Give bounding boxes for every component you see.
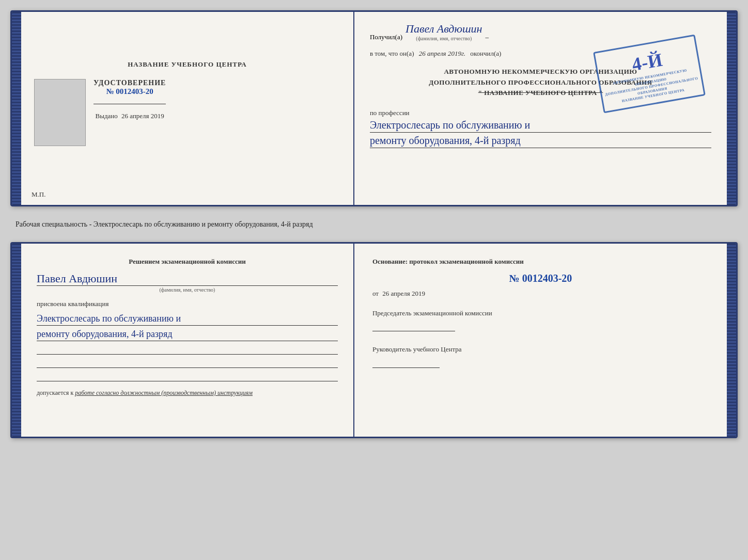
top-right-page: Получил(а) Павел Авдюшин (фамилия, имя, … xyxy=(354,12,727,205)
ot-line: от 26 апреля 2019 xyxy=(372,290,709,298)
okonchil-label: окончил(а) xyxy=(470,50,501,57)
center-title: НАЗВАНИЕ УЧЕБНОГО ЦЕНТРА xyxy=(128,60,247,69)
photo-placeholder xyxy=(34,79,86,146)
bottom-left-page: Решением экзаменационной комиссии Павел … xyxy=(21,244,354,437)
bottom-fio: Павел Авдюшин xyxy=(37,272,338,286)
rukovoditel-label: Руководитель учебного Центра xyxy=(372,344,709,355)
cert-title: УДОСТОВЕРЕНИЕ xyxy=(93,79,166,87)
professiya-line2: ремонту оборудования, 4-й разряд xyxy=(370,135,711,148)
sig-line-2 xyxy=(37,359,338,368)
cert-block: УДОСТОВЕРЕНИЕ № 0012403-20 Выдано 26 апр… xyxy=(93,79,166,120)
dopuskaetsya-label: допускается к xyxy=(37,389,73,396)
bottom-document: Решением экзаменационной комиссии Павел … xyxy=(10,242,738,438)
stamp: 4-й АВТОНОМНУЮ НЕКОММЕРЧЕСКУЮ ОРГАНИЗАЦИ… xyxy=(593,35,706,114)
dopuskaetsya-block: допускается к работе согласно должностны… xyxy=(37,389,338,397)
vydano-date: 26 апреля 2019 xyxy=(121,112,164,120)
sig-line-3 xyxy=(37,372,338,381)
poluchil-name: Павел Авдюшин xyxy=(406,22,482,36)
poluchil-line: Получил(а) Павел Авдюшин (фамилия, имя, … xyxy=(370,22,711,41)
bottom-right-page: Основание: протокол экзаменационной коми… xyxy=(354,244,727,437)
mp-label: М.П. xyxy=(32,190,45,199)
bottom-fio-block: Павел Авдюшин (фамилия, имя, отчество) xyxy=(37,272,338,293)
vtom-date: 26 апреля 2019г. xyxy=(419,50,465,57)
prisvoena-label: присвоена квалификация xyxy=(37,300,338,308)
po-professii-label: по профессии xyxy=(370,109,711,117)
predsedatel-sig-line xyxy=(372,322,455,331)
predsedatel-block: Председатель экзаменационной комиссии xyxy=(372,308,709,332)
ot-date: 26 апреля 2019 xyxy=(382,290,425,297)
poluchil-label: Получил(а) xyxy=(370,33,402,41)
dopuskaetsya-text: работе согласно должностным (производств… xyxy=(75,389,253,396)
kvalif-line1: Электрослесарь по обслуживанию и xyxy=(37,312,338,326)
rukovoditel-block: Руководитель учебного Центра xyxy=(372,344,709,368)
top-document: НАЗВАНИЕ УЧЕБНОГО ЦЕНТРА УДОСТОВЕРЕНИЕ №… xyxy=(10,10,738,206)
right-spine-top xyxy=(727,12,736,205)
ot-block: от 26 апреля 2019 xyxy=(372,290,709,298)
vydano-label: Выдано xyxy=(96,112,118,120)
vtom-label: в том, что он(а) xyxy=(370,50,414,57)
kvalif-line2: ремонту оборудования, 4-й разряд xyxy=(37,328,338,341)
photo-and-cert: УДОСТОВЕРЕНИЕ № 0012403-20 Выдано 26 апр… xyxy=(34,79,340,156)
resheniem-title: Решением экзаменационной комиссии xyxy=(37,257,338,267)
ot-label: от xyxy=(372,290,379,297)
middle-text: Рабочая специальность - Электрослесарь п… xyxy=(10,216,738,233)
predsedatel-label: Председатель экзаменационной комиссии xyxy=(372,308,709,318)
top-left-page: НАЗВАНИЕ УЧЕБНОГО ЦЕНТРА УДОСТОВЕРЕНИЕ №… xyxy=(21,12,354,205)
vydano-line: Выдано 26 апреля 2019 xyxy=(93,112,166,120)
bottom-fio-hint: (фамилия, имя, отчество) xyxy=(37,287,338,293)
sig-line-1 xyxy=(37,345,338,355)
rukovoditel-sig-line xyxy=(372,359,440,368)
right-spine-bottom xyxy=(727,244,736,437)
cert-number: № 0012403-20 xyxy=(93,87,166,96)
poluchil-name-block: Павел Авдюшин (фамилия, имя, отчество) xyxy=(406,22,482,41)
osnovanie-label: Основание: протокол экзаменационной коми… xyxy=(372,257,709,267)
left-spine xyxy=(12,12,21,205)
professiya-line1: Электрослесарь по обслуживанию и xyxy=(370,119,711,133)
left-spine-bottom xyxy=(12,244,21,437)
dash: – xyxy=(486,33,489,41)
page-wrapper: НАЗВАНИЕ УЧЕБНОГО ЦЕНТРА УДОСТОВЕРЕНИЕ №… xyxy=(10,10,738,438)
bottom-doc-num: № 0012403-20 xyxy=(372,273,709,284)
stamp-inner: 4-й АВТОНОМНУЮ НЕКОММЕРЧЕСКУЮ ОРГАНИЗАЦИ… xyxy=(595,38,703,109)
fio-hint: (фамилия, имя, отчество) xyxy=(416,36,472,41)
